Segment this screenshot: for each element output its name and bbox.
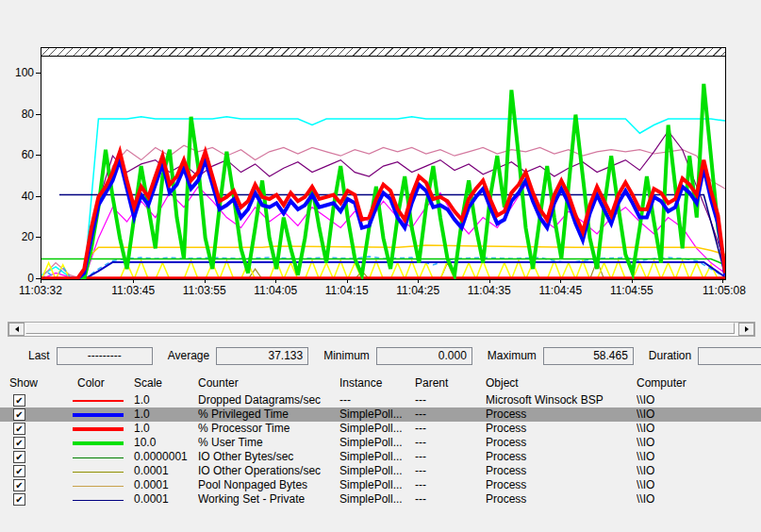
- cell-computer: \\IO: [637, 478, 759, 492]
- average-label: Average: [168, 349, 209, 362]
- column-header-scale[interactable]: Scale: [134, 374, 194, 393]
- x-tick-label: 11:03:32: [19, 284, 62, 297]
- color-swatch: [73, 413, 124, 417]
- cell-counter: Working Set - Private: [198, 492, 336, 507]
- scrollbar-thumb[interactable]: [25, 323, 735, 334]
- x-tick-label: 11:04:25: [396, 284, 439, 297]
- cell-parent: ---: [415, 393, 482, 407]
- cell-instance: SimplePoll...: [339, 478, 411, 492]
- x-tick-label: 11:05:08: [703, 284, 746, 297]
- value-bar: Last --------- Average 37.133 Minimum 0.…: [28, 346, 761, 365]
- cell-instance: ---: [339, 393, 411, 407]
- cell-counter: % User Time: [198, 436, 336, 450]
- x-tick-label: 11:04:45: [538, 284, 582, 297]
- color-swatch: [73, 500, 124, 501]
- cell-computer: \\IO: [637, 464, 759, 478]
- cell-object: Process: [486, 492, 633, 507]
- cell-parent: ---: [415, 492, 482, 507]
- cell-scale: 0.0001: [134, 478, 194, 492]
- cell-instance: SimplePoll...: [339, 422, 411, 436]
- show-checkbox[interactable]: ✔: [13, 408, 25, 421]
- cell-counter: Pool Nonpaged Bytes: [198, 478, 336, 492]
- left-arrow-icon: [15, 326, 19, 332]
- counter-row[interactable]: ✔0.0001Pool Nonpaged BytesSimplePoll...-…: [0, 478, 761, 492]
- cell-instance: SimplePoll...: [339, 407, 411, 422]
- column-header-show[interactable]: Show: [9, 374, 64, 393]
- y-tick-label: 40: [0, 190, 34, 203]
- plot-area: [41, 47, 726, 280]
- cell-computer: \\IO: [637, 436, 759, 450]
- column-header-color[interactable]: Color: [77, 374, 130, 393]
- x-tick-mark: [41, 279, 41, 283]
- duration-value-field: 1:34: [698, 347, 761, 365]
- x-tick-label: 11:04:05: [254, 284, 297, 297]
- cell-object: Process: [486, 464, 633, 478]
- counter-row[interactable]: ✔1.0% Privileged TimeSimplePoll...---Pro…: [0, 407, 761, 422]
- color-swatch: [73, 472, 124, 473]
- counter-row[interactable]: ✔1.0% Processor TimeSimplePoll...---Proc…: [0, 422, 761, 436]
- right-arrow-icon: [745, 326, 749, 332]
- y-tick-label: 100: [0, 66, 34, 79]
- counter-legend-table: ShowColorScaleCounterInstanceParentObjec…: [0, 374, 761, 507]
- show-checkbox[interactable]: ✔: [13, 394, 25, 407]
- x-tick-label: 11:03:55: [183, 284, 226, 297]
- cell-scale: 0.0001: [134, 464, 194, 478]
- counter-row[interactable]: ✔0.0000001IO Other Bytes/secSimplePoll..…: [0, 450, 761, 464]
- column-header-instance[interactable]: Instance: [339, 374, 411, 393]
- cell-scale: 1.0: [134, 393, 194, 407]
- cell-computer: \\IO: [637, 492, 759, 507]
- show-checkbox[interactable]: ✔: [13, 493, 25, 506]
- show-checkbox[interactable]: ✔: [13, 465, 25, 477]
- color-swatch: [73, 486, 124, 487]
- counter-row[interactable]: ✔10.0% User TimeSimplePoll...---Process\…: [0, 436, 761, 450]
- series-user-time-green: [41, 84, 725, 279]
- cell-instance: SimplePoll...: [339, 450, 411, 464]
- cell-computer: \\IO: [637, 422, 759, 436]
- last-label: Last: [28, 349, 50, 362]
- scroll-left-button[interactable]: [8, 323, 25, 336]
- cell-computer: \\IO: [637, 450, 759, 464]
- cell-parent: ---: [415, 422, 482, 436]
- minimum-label: Minimum: [323, 349, 370, 362]
- cell-computer: \\IO: [637, 407, 759, 422]
- column-header-parent[interactable]: Parent: [415, 374, 482, 393]
- x-tick-mark: [722, 279, 723, 283]
- x-tick-mark: [275, 279, 276, 283]
- color-swatch: [73, 427, 124, 431]
- cell-parent: ---: [415, 436, 482, 450]
- show-checkbox[interactable]: ✔: [13, 451, 25, 463]
- y-tick-label: 20: [0, 230, 34, 243]
- scroll-right-button[interactable]: [738, 323, 754, 336]
- x-tick-mark: [632, 279, 633, 283]
- color-swatch: [73, 441, 124, 445]
- x-tick-mark: [133, 279, 134, 283]
- y-tick-label: 60: [0, 148, 34, 161]
- x-tick-label: 11:04:15: [325, 284, 369, 297]
- legend-header-row: ShowColorScaleCounterInstanceParentObjec…: [0, 374, 761, 393]
- cell-parent: ---: [415, 407, 482, 422]
- cell-object: Process: [486, 478, 633, 492]
- column-header-object[interactable]: Object: [486, 374, 633, 393]
- x-tick-mark: [205, 279, 206, 283]
- y-tick-label: 80: [0, 108, 34, 121]
- average-value-field: 37.133: [216, 347, 308, 365]
- counter-row[interactable]: ✔1.0Dropped Datagrams/sec------Microsoft…: [0, 393, 761, 407]
- cell-instance: SimplePoll...: [339, 464, 411, 478]
- show-checkbox[interactable]: ✔: [13, 423, 25, 435]
- time-range-scrollbar[interactable]: [8, 322, 755, 337]
- cell-scale: 1.0: [134, 407, 194, 422]
- x-tick-mark: [560, 279, 561, 283]
- show-checkbox[interactable]: ✔: [13, 479, 25, 491]
- cell-parent: ---: [415, 478, 482, 492]
- column-header-computer[interactable]: Computer: [637, 374, 759, 393]
- cell-counter: % Privileged Time: [198, 407, 336, 422]
- counter-row[interactable]: ✔0.0001Working Set - PrivateSimplePoll..…: [0, 492, 761, 507]
- cell-object: Microsoft Winsock BSP: [486, 393, 633, 407]
- x-tick-label: 11:03:45: [111, 284, 155, 297]
- cell-computer: \\IO: [637, 393, 759, 407]
- x-tick-mark: [347, 279, 348, 283]
- column-header-counter[interactable]: Counter: [198, 374, 336, 393]
- counter-row[interactable]: ✔0.0001IO Other Operations/secSimplePoll…: [0, 464, 761, 478]
- cell-scale: 10.0: [134, 436, 194, 450]
- show-checkbox[interactable]: ✔: [13, 437, 25, 449]
